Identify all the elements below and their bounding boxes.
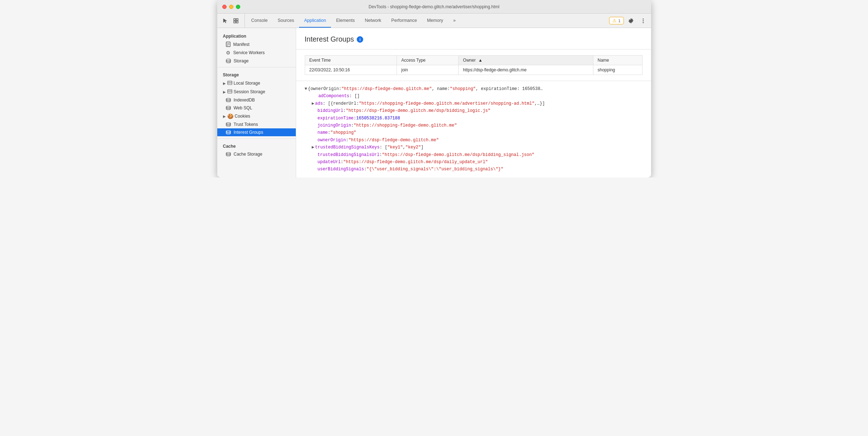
main-area: Application Manifest ⚙ Service Workers S… <box>217 28 651 177</box>
tab-application[interactable]: Application <box>299 14 331 28</box>
json-toggle-0[interactable]: ▼ <box>305 85 307 93</box>
json-line-9: trustedBiddingSignalsUrl : "https://dsp-… <box>312 151 642 158</box>
sidebar-divider-2 <box>217 138 296 139</box>
warning-badge[interactable]: ⚠ 1 <box>609 17 623 24</box>
json-line-3: biddingUrl : "https://dsp-fledge-demo.gl… <box>312 107 642 114</box>
sidebar-item-local-storage[interactable]: ▶ Local Storage <box>217 79 296 87</box>
svg-rect-2 <box>234 21 236 23</box>
svg-point-18 <box>226 98 231 100</box>
warning-icon: ⚠ <box>612 18 617 23</box>
sidebar-section-storage: Storage <box>217 70 296 79</box>
traffic-lights <box>222 5 240 9</box>
cache-storage-icon <box>226 152 231 156</box>
sidebar-item-cache-storage[interactable]: Cache Storage <box>217 150 296 158</box>
col-name[interactable]: Name <box>593 56 642 65</box>
window-title: DevTools - shopping-fledge-demo.glitch.m… <box>369 4 499 9</box>
json-toggle-2[interactable]: ▶ <box>312 100 314 107</box>
json-line-6: name : "shopping" <box>312 129 642 136</box>
tab-elements[interactable]: Elements <box>331 14 360 28</box>
storage-top-icon <box>226 59 231 63</box>
cookies-arrow: ▶ <box>223 114 226 118</box>
cookies-icon: 🍪 <box>227 113 233 119</box>
tab-performance[interactable]: Performance <box>386 14 422 28</box>
local-storage-icon <box>227 80 232 86</box>
devtools-window: DevTools - shopping-fledge-demo.glitch.m… <box>217 0 651 177</box>
toolbar-tabs: Console Sources Application Elements Net… <box>246 14 610 28</box>
content-header: Interest Groups i <box>296 28 651 49</box>
tab-network[interactable]: Network <box>360 14 386 28</box>
json-line-5: joiningOrigin : "https://shopping-fledge… <box>312 122 642 129</box>
col-access-type[interactable]: Access Type <box>397 56 459 65</box>
interest-groups-table: Event Time Access Type Owner ▲ Name <box>305 55 642 75</box>
svg-rect-12 <box>228 81 232 85</box>
svg-point-22 <box>226 152 231 154</box>
svg-rect-15 <box>228 90 232 93</box>
svg-point-6 <box>642 22 644 23</box>
svg-point-4 <box>642 18 644 19</box>
tab-more[interactable]: » <box>448 14 461 28</box>
svg-point-19 <box>226 106 231 108</box>
sidebar-item-trust-tokens[interactable]: Trust Tokens <box>217 120 296 128</box>
sidebar: Application Manifest ⚙ Service Workers S… <box>217 28 296 177</box>
cursor-icon[interactable] <box>220 16 230 26</box>
table-row[interactable]: 22/03/2022, 10:50:16 join https://dsp-fl… <box>305 65 642 75</box>
sidebar-item-web-sql[interactable]: Web SQL <box>217 104 296 112</box>
content-area: Interest Groups i Event Time Access Type <box>296 28 651 177</box>
col-event-time[interactable]: Event Time <box>305 56 397 65</box>
sidebar-divider-1 <box>217 67 296 67</box>
sidebar-item-interest-groups[interactable]: Interest Groups <box>217 128 296 136</box>
tab-memory[interactable]: Memory <box>422 14 448 28</box>
web-sql-icon <box>226 106 231 110</box>
col-owner[interactable]: Owner ▲ <box>459 56 593 65</box>
toolbar: Console Sources Application Elements Net… <box>217 14 651 28</box>
json-line-2: ▶ ads : [{renderUrl: "https://shopping-f… <box>312 100 642 107</box>
local-storage-arrow: ▶ <box>223 81 226 85</box>
manifest-icon <box>226 42 231 47</box>
toolbar-icons <box>220 14 245 28</box>
sort-arrow-icon: ▲ <box>478 58 483 63</box>
json-line-1: adComponents : [] <box>312 93 642 100</box>
json-line-0: ▼ {ownerOrigin: "https://dsp-fledge-demo… <box>305 85 642 93</box>
settings-button[interactable] <box>626 16 636 26</box>
sidebar-item-session-storage[interactable]: ▶ Session Storage <box>217 87 296 96</box>
svg-rect-1 <box>236 19 238 20</box>
cell-owner: https://dsp-fledge-demo.glitch.me <box>459 65 593 75</box>
session-storage-arrow: ▶ <box>223 90 226 94</box>
service-workers-icon: ⚙ <box>226 50 231 56</box>
session-storage-icon <box>227 89 232 95</box>
json-line-8: ▶ trustedBiddingSignalsKeys : ["key1", "… <box>312 144 642 151</box>
sidebar-item-cookies[interactable]: ▶ 🍪 Cookies <box>217 112 296 120</box>
interest-groups-icon <box>226 130 231 134</box>
svg-rect-3 <box>236 21 238 23</box>
tab-console[interactable]: Console <box>246 14 273 28</box>
json-line-4: expirationTime : 1650538216.837188 <box>312 115 642 122</box>
sidebar-section-application: Application <box>217 31 296 40</box>
minimize-button[interactable] <box>229 5 233 9</box>
more-options-button[interactable] <box>638 16 648 26</box>
cell-access-type: join <box>397 65 459 75</box>
svg-point-11 <box>226 59 231 61</box>
interest-groups-table-container: Event Time Access Type Owner ▲ Name <box>296 49 651 81</box>
toolbar-right: ⚠ 1 <box>609 14 648 28</box>
svg-point-20 <box>226 123 231 124</box>
tab-sources[interactable]: Sources <box>272 14 299 28</box>
maximize-button[interactable] <box>236 5 240 9</box>
info-icon[interactable]: i <box>357 36 363 43</box>
close-button[interactable] <box>222 5 227 9</box>
cell-name: shopping <box>593 65 642 75</box>
svg-point-21 <box>226 131 231 132</box>
json-line-10: updateUrl : "https://dsp-fledge-demo.gli… <box>312 158 642 166</box>
sidebar-section-cache: Cache <box>217 141 296 150</box>
inspect-icon[interactable] <box>231 16 241 26</box>
svg-rect-0 <box>234 19 236 20</box>
json-line-7: ownerOrigin : "https://dsp-fledge-demo.g… <box>312 137 642 144</box>
svg-point-5 <box>642 20 644 21</box>
sidebar-item-manifest[interactable]: Manifest <box>217 40 296 48</box>
sidebar-item-storage-top[interactable]: Storage <box>217 57 296 65</box>
json-toggle-8[interactable]: ▶ <box>312 144 314 151</box>
sidebar-item-indexeddb[interactable]: IndexedDB <box>217 96 296 104</box>
trust-tokens-icon <box>226 122 231 127</box>
sidebar-item-service-workers[interactable]: ⚙ Service Workers <box>217 48 296 57</box>
titlebar: DevTools - shopping-fledge-demo.glitch.m… <box>217 0 651 14</box>
cell-event-time: 22/03/2022, 10:50:16 <box>305 65 397 75</box>
